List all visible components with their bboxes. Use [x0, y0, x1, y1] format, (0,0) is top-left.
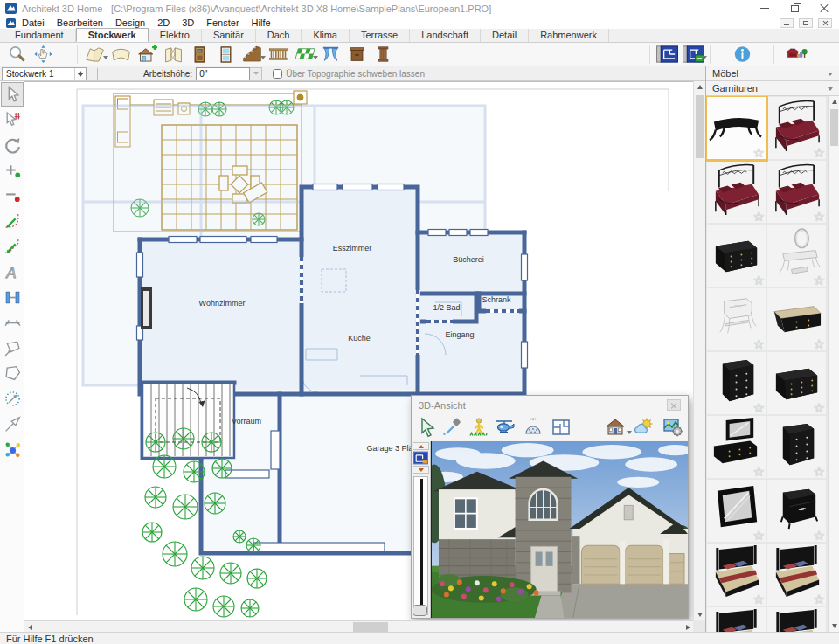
3d-view-titlebar[interactable]: 3D-Ansicht — [412, 396, 688, 414]
category-select[interactable]: Möbel — [706, 66, 839, 81]
favorite-star-icon[interactable]: ☆ — [814, 336, 825, 352]
furniture-item-bed-tan[interactable]: ☆ — [767, 544, 826, 606]
3d-tool-weather[interactable] — [634, 416, 656, 439]
menu-bearbeiten[interactable]: Bearbeiten — [51, 17, 109, 29]
furniture-item-tv-bench[interactable]: ☆ — [767, 288, 826, 350]
furniture-item-mirror[interactable]: ☆ — [707, 480, 766, 542]
floor-select[interactable]: Stockwerk 1 — [2, 67, 87, 80]
favorite-star-icon[interactable]: ☆ — [753, 528, 765, 544]
favorite-star-icon[interactable]: ☆ — [814, 400, 825, 416]
palette-remove-point-tool[interactable] — [1, 184, 24, 208]
palette-arrow-draw-tool[interactable] — [1, 412, 24, 436]
furniture-item-vanity[interactable]: ☆ — [767, 225, 826, 287]
toolbar-curved-wall-button[interactable] — [107, 44, 134, 66]
palette-polygon-tool[interactable] — [1, 361, 24, 385]
3d-tool-select-3d[interactable] — [417, 416, 440, 439]
favorite-star-icon[interactable]: ☆ — [814, 209, 825, 225]
scroll-up-icon[interactable] — [694, 81, 706, 93]
tab-klima[interactable]: Klima — [302, 29, 350, 42]
toolbar-railing-button[interactable] — [265, 44, 291, 66]
palette-dimension-offset-tool[interactable] — [1, 310, 24, 335]
toolbar-window-button[interactable] — [212, 44, 239, 66]
palette-dimension-tool[interactable] — [1, 285, 24, 309]
canvas-horizontal-scrollbar[interactable] — [24, 620, 693, 632]
3d-tool-drone[interactable] — [522, 416, 544, 439]
furniture-item-bed-tan[interactable]: ☆ — [707, 607, 766, 632]
vertical-scroll-thumb[interactable] — [696, 95, 704, 158]
menu-datei[interactable]: Datei — [16, 17, 51, 29]
toolbar-cabinet-button[interactable] — [343, 44, 370, 66]
favorite-star-icon[interactable]: ☆ — [753, 464, 765, 480]
3d-view-close-button[interactable] — [667, 399, 681, 411]
floor-spinner[interactable] — [74, 68, 86, 80]
favorite-star-icon[interactable]: ☆ — [814, 464, 825, 480]
slider-down-button[interactable] — [413, 466, 429, 474]
toolbar-room-add-button[interactable] — [134, 44, 160, 66]
palette-connect-tool[interactable] — [1, 437, 24, 461]
3d-render-view[interactable] — [431, 441, 688, 618]
tab-terrasse[interactable]: Terrasse — [350, 29, 410, 42]
furniture-item-nightstand-white[interactable]: ☆ — [707, 288, 766, 350]
panel-scrollbar[interactable] — [828, 96, 839, 632]
favorite-star-icon[interactable]: ☆ — [753, 209, 765, 225]
favorite-star-icon[interactable]: ☆ — [753, 145, 765, 161]
mdi-close-button[interactable] — [818, 18, 832, 28]
palette-add-point-tool[interactable] — [1, 158, 24, 183]
slider-thumb[interactable] — [413, 605, 427, 616]
palette-select-special-tool[interactable] — [1, 107, 24, 132]
chevron-down-icon[interactable] — [627, 431, 632, 437]
3d-tool-helicopter[interactable] — [494, 416, 517, 439]
palette-area-select-tool[interactable] — [1, 336, 24, 360]
toolbar-flooring-button[interactable] — [291, 44, 317, 66]
tab-rahmenwerk[interactable]: Rahmenwerk — [529, 29, 609, 42]
horizontal-scroll-thumb[interactable] — [353, 622, 388, 632]
furniture-item-chest[interactable]: ☆ — [767, 416, 826, 478]
favorite-star-icon[interactable]: ☆ — [814, 528, 825, 544]
palette-chamfer-tool[interactable] — [1, 234, 24, 259]
furniture-item-nightstand-black[interactable]: ☆ — [767, 480, 826, 542]
furniture-item-dresser[interactable]: ☆ — [767, 352, 826, 414]
furniture-item-dresser[interactable]: ☆ — [707, 225, 766, 287]
slider-track[interactable] — [413, 476, 428, 615]
favorite-star-icon[interactable]: ☆ — [814, 592, 825, 607]
toolbar-break-wall-button[interactable] — [160, 44, 186, 66]
panel-scroll-thumb[interactable] — [830, 109, 838, 146]
floor-plan-canvas[interactable]: EsszimmerBüchereiWohnzimmer1/2 BadSchran… — [24, 81, 693, 620]
3d-tool-plan-outline[interactable] — [550, 416, 572, 439]
favorite-star-icon[interactable]: ☆ — [753, 336, 765, 352]
toolbar-stairs-button[interactable] — [239, 44, 265, 66]
tab-stockwerk[interactable]: Stockwerk — [76, 28, 149, 42]
3d-tool-picker[interactable] — [441, 416, 464, 439]
scroll-down-icon[interactable] — [694, 608, 706, 620]
tab-fundament[interactable]: Fundament — [3, 29, 76, 42]
tab-landschaft[interactable]: Landschaft — [410, 29, 481, 42]
tab-detail[interactable]: Detail — [481, 29, 529, 42]
furniture-item-bench[interactable]: ☆ — [707, 97, 766, 159]
menu-design[interactable]: Design — [109, 17, 151, 29]
toolbar-objects-button[interactable] — [784, 44, 829, 66]
toolbar-column-button[interactable] — [370, 44, 396, 66]
scroll-down-icon[interactable] — [829, 620, 839, 632]
favorite-star-icon[interactable]: ☆ — [753, 273, 765, 288]
furniture-item-chest[interactable]: ☆ — [707, 352, 766, 414]
toolbar-zoom-button[interactable] — [3, 44, 30, 66]
favorite-star-icon[interactable]: ☆ — [753, 400, 765, 416]
furniture-item-bed-tan[interactable]: ☆ — [707, 544, 766, 606]
tab-sanit-r[interactable]: Sanitär — [202, 29, 256, 42]
palette-fillet-tool[interactable] — [1, 209, 24, 233]
menu-2d[interactable]: 2D — [151, 17, 176, 29]
furniture-item-iron-bed[interactable]: ☆ — [707, 161, 766, 223]
toolbar-curtain-button[interactable] — [317, 44, 343, 66]
menu-3d[interactable]: 3D — [176, 17, 200, 29]
menu-hilfe[interactable]: Hilfe — [246, 17, 277, 29]
3d-tool-render-settings[interactable] — [662, 416, 684, 439]
palette-text-tool[interactable]: A — [1, 260, 24, 284]
tab-elektro[interactable]: Elektro — [149, 29, 202, 42]
slider-up-button[interactable] — [413, 442, 429, 450]
subcategory-select[interactable]: Garnituren — [706, 81, 839, 96]
furniture-item-iron-bed[interactable]: ☆ — [767, 161, 826, 223]
palette-sprinkler-tool[interactable] — [1, 386, 24, 411]
scroll-up-icon[interactable] — [829, 96, 839, 108]
window-close-button[interactable] — [809, 0, 839, 17]
work-height-input[interactable] — [196, 67, 250, 80]
